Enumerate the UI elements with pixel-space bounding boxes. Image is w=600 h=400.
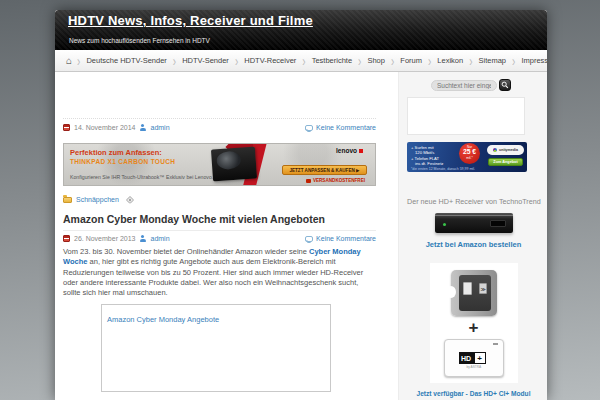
calendar-icon xyxy=(63,235,70,242)
content-area: 14. November 2014 admin Keine Kommentare… xyxy=(55,72,547,400)
post1-date: 14. November 2014 xyxy=(74,124,135,131)
nav-item-hdtv-sender[interactable]: HDTV-Sender xyxy=(176,56,235,65)
nav-separator-icon: › xyxy=(469,53,472,68)
smartcard-mark xyxy=(493,343,498,345)
calendar-icon xyxy=(63,124,70,131)
ci-module-image[interactable] xyxy=(451,270,497,316)
post1-meta: 14. November 2014 admin Keine Kommentare xyxy=(63,118,376,131)
nav-separator-icon: › xyxy=(391,53,394,68)
nav-item-testberichte[interactable]: Testberichte xyxy=(306,56,358,65)
search-button[interactable] xyxy=(499,79,511,91)
hdplus-logo: HD + xyxy=(459,352,486,364)
site-subtitle: News zum hochauflösenden Fernsehen in HD… xyxy=(69,37,210,44)
nav-separator-icon: › xyxy=(235,53,238,68)
nav-separator-icon: › xyxy=(77,53,80,68)
lenovo-buy-button[interactable]: JETZT ANPASSEN & KAUFEN ▶ xyxy=(282,165,367,175)
folder-icon xyxy=(63,197,72,203)
comments-icon xyxy=(305,236,313,242)
price-badge: Nur 25 € mtl.* xyxy=(459,143,480,164)
unitymedia-offer-button[interactable]: Zum Angebot xyxy=(488,158,523,166)
lenovo-ad-tagline: Konfigurieren Sie IHR Touch-Ultrabook™ E… xyxy=(70,174,213,180)
sidebar: + Surfen mit 120 Mbit/s + Telefon FLAT i… xyxy=(398,72,547,400)
amazon-cyber-monday-link[interactable]: Amazon Cyber Monday Angebote xyxy=(107,315,219,324)
post2-body: Vom 23. bis 30. November bietet der Onli… xyxy=(63,247,375,299)
tag-icon xyxy=(126,195,134,203)
lenovo-ad-headline: Perfektion zum Anfassen: xyxy=(70,148,162,157)
site-page: HDTV News, Infos, Receiver und Filme New… xyxy=(55,10,547,400)
receiver-display xyxy=(490,220,506,227)
unitymedia-logo-icon xyxy=(493,148,497,152)
nav-separator-icon: › xyxy=(302,53,305,68)
nav-item-sitemap[interactable]: Sitemap xyxy=(473,56,513,65)
search-widget xyxy=(431,79,540,91)
truck-icon xyxy=(306,179,311,183)
receiver-led xyxy=(443,223,446,226)
receiver-product-image[interactable] xyxy=(435,213,513,233)
nav-separator-icon: › xyxy=(173,53,176,68)
empty-ad-box xyxy=(407,97,525,135)
nav-item-shop[interactable]: Shop xyxy=(361,56,391,65)
nav-item-forum[interactable]: Forum xyxy=(394,56,428,65)
post2-date: 26. November 2013 xyxy=(74,235,135,242)
comments-icon xyxy=(305,125,313,131)
lenovo-ad-banner[interactable]: Perfektion zum Anfassen: THINKPAD X1 CAR… xyxy=(63,143,376,186)
search-icon xyxy=(501,81,509,89)
nav-item-hdtv-receiver[interactable]: HDTV-Receiver xyxy=(238,56,302,65)
ci-module-chip xyxy=(479,283,487,294)
nav-item-deutsche-hdtv-sender[interactable]: Deutsche HDTV-Sender xyxy=(80,56,172,65)
post2-author-link[interactable]: admin xyxy=(150,235,169,242)
post2-meta: 26. November 2013 admin Keine Kommentare xyxy=(63,231,376,242)
amazon-order-link[interactable]: Jetzt bei Amazon bestellen xyxy=(426,240,522,249)
lenovo-ad-product: THINKPAD X1 CARBON TOUCH xyxy=(70,158,175,165)
home-icon[interactable]: ⌂ xyxy=(61,55,77,66)
receiver-heading: Der neue HD+ Receiver von TechnoTrend xyxy=(407,197,540,206)
previous-post-content xyxy=(63,72,376,118)
post1-category-link[interactable]: Schnäppchen xyxy=(76,196,119,203)
post2-comments-link[interactable]: Keine Kommentare xyxy=(316,235,376,242)
unitymedia-ad-banner[interactable]: + Surfen mit 120 Mbit/s + Telefon FLAT i… xyxy=(407,142,527,172)
nav-separator-icon: › xyxy=(358,53,361,68)
post2-title[interactable]: Amazon Cyber Monday Woche mit vielen Ang… xyxy=(63,213,376,231)
author-icon xyxy=(139,124,146,131)
nav-item-lexikon[interactable]: Lexikon xyxy=(431,56,469,65)
post1-author-link[interactable]: admin xyxy=(150,124,169,131)
ci-module-chip xyxy=(463,282,472,295)
hdplus-promo-link[interactable]: Jetzt verfügbar - Das HD+ CI+ Modul incl… xyxy=(407,389,540,400)
hdplus-product-box: + HD + by ASTRA xyxy=(430,263,518,383)
unitymedia-logo: unitymedia xyxy=(487,145,524,155)
amazon-embed-frame: Amazon Cyber Monday Angebote xyxy=(101,304,331,392)
site-header: HDTV News, Infos, Receiver und Filme New… xyxy=(55,10,547,50)
author-icon xyxy=(139,235,146,242)
lenovo-laptop-image xyxy=(211,147,257,182)
nav-separator-icon: › xyxy=(512,53,515,68)
post1-category-row: Schnäppchen xyxy=(63,195,376,204)
hdplus-smartcard-image[interactable]: HD + by ASTRA xyxy=(444,339,504,377)
nav-item-impressum[interactable]: Impressum xyxy=(515,56,547,65)
lenovo-logo: lenovo xyxy=(336,147,363,154)
main-column: 14. November 2014 admin Keine Kommentare… xyxy=(55,72,398,400)
main-nav: ⌂ › Deutsche HDTV-Sender › HDTV-Sender ›… xyxy=(55,50,547,72)
search-input[interactable] xyxy=(431,80,497,91)
unitymedia-ad-line: ins dt. Festnetz xyxy=(415,161,443,166)
plus-sign: + xyxy=(469,319,479,336)
smartcard-caption: by ASTRA xyxy=(467,365,482,369)
post1-comments-link[interactable]: Keine Kommentare xyxy=(316,124,376,131)
site-title-link[interactable]: HDTV News, Infos, Receiver und Filme xyxy=(68,13,318,28)
lenovo-shipping-note: VERSANDKOSTENFREI xyxy=(306,178,365,183)
unitymedia-ad-line: 120 Mbit/s xyxy=(415,150,434,155)
nav-separator-icon: › xyxy=(428,53,431,68)
unitymedia-fineprint: *die ersten 12 Monate, danach 59,99 mtl. xyxy=(411,167,475,171)
